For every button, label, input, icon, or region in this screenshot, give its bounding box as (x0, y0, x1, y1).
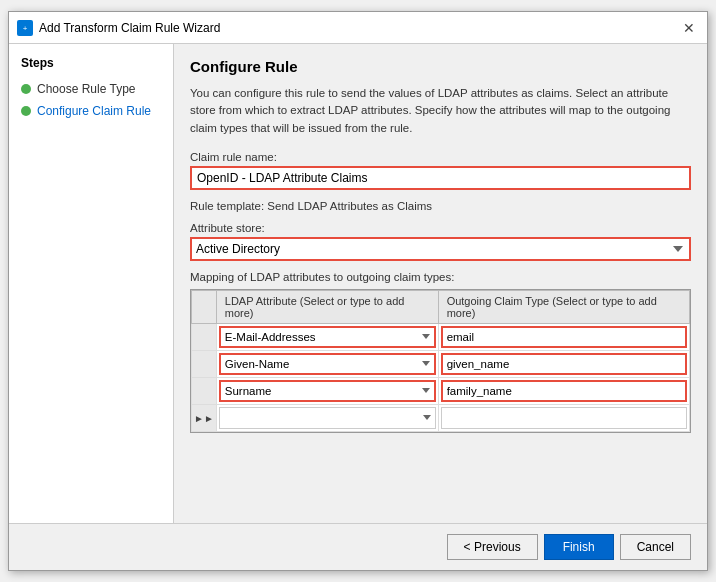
sidebar-item-label-configure: Configure Claim Rule (37, 104, 151, 118)
claim-type-cell-1 (438, 323, 689, 350)
description-text: You can configure this rule to send the … (190, 85, 691, 137)
sidebar-title: Steps (9, 56, 173, 78)
mapping-section: Mapping of LDAP attributes to outgoing c… (190, 271, 691, 433)
step-dot-configure (21, 106, 31, 116)
step-dot-choose-type (21, 84, 31, 94)
row-num-2 (192, 350, 217, 377)
title-bar: + Add Transform Claim Rule Wizard ✕ (9, 12, 707, 44)
claim-rule-name-input[interactable] (190, 166, 691, 190)
ldap-attr-select-3[interactable]: Surname E-Mail-Addresses Given-Name (219, 380, 436, 402)
ldap-attr-select-1[interactable]: E-Mail-Addresses Given-Name Surname (219, 326, 436, 348)
ldap-attr-select-2[interactable]: Given-Name E-Mail-Addresses Surname (219, 353, 436, 375)
svg-text:+: + (23, 24, 28, 33)
finish-button[interactable]: Finish (544, 534, 614, 560)
sidebar: Steps Choose Rule Type Configure Claim R… (9, 44, 174, 523)
claim-rule-name-label: Claim rule name: (190, 151, 691, 163)
ldap-attr-select-empty[interactable] (219, 407, 436, 429)
attribute-store-select[interactable]: Active Directory (190, 237, 691, 261)
close-button[interactable]: ✕ (679, 18, 699, 38)
button-bar: < Previous Finish Cancel (9, 523, 707, 570)
claim-type-input-1[interactable] (441, 326, 687, 348)
sidebar-item-choose-type[interactable]: Choose Rule Type (9, 78, 173, 100)
col-ldap-header: LDAP Attribute (Select or type to add mo… (216, 290, 438, 323)
table-row: Surname E-Mail-Addresses Given-Name (192, 377, 690, 404)
claim-type-cell-2 (438, 350, 689, 377)
col-num-header (192, 290, 217, 323)
sidebar-item-configure[interactable]: Configure Claim Rule (9, 100, 173, 122)
claim-type-input-3[interactable] (441, 380, 687, 402)
title-bar-left: + Add Transform Claim Rule Wizard (17, 20, 220, 36)
sidebar-item-label-choose-type: Choose Rule Type (37, 82, 136, 96)
claim-type-input-2[interactable] (441, 353, 687, 375)
cancel-button[interactable]: Cancel (620, 534, 691, 560)
mapping-table: LDAP Attribute (Select or type to add mo… (191, 290, 690, 432)
main-panel: Configure Rule You can configure this ru… (174, 44, 707, 523)
content-area: Steps Choose Rule Type Configure Claim R… (9, 44, 707, 523)
page-title: Configure Rule (190, 58, 691, 75)
previous-button[interactable]: < Previous (447, 534, 538, 560)
ldap-attr-cell-1: E-Mail-Addresses Given-Name Surname (216, 323, 438, 350)
mapping-table-wrapper: LDAP Attribute (Select or type to add mo… (190, 289, 691, 433)
ldap-attr-cell-2: Given-Name E-Mail-Addresses Surname (216, 350, 438, 377)
claim-type-cell-3 (438, 377, 689, 404)
table-row-empty: ►► (192, 404, 690, 431)
attribute-store-label: Attribute store: (190, 222, 691, 234)
ldap-attr-cell-empty (216, 404, 438, 431)
claim-rule-name-group: Claim rule name: (190, 151, 691, 190)
attribute-store-group: Attribute store: Active Directory (190, 222, 691, 261)
ldap-attr-cell-3: Surname E-Mail-Addresses Given-Name (216, 377, 438, 404)
claim-type-input-empty[interactable] (441, 407, 687, 429)
nav-arrows-icon: ►► (194, 413, 214, 424)
wizard-icon: + (17, 20, 33, 36)
dialog-title: Add Transform Claim Rule Wizard (39, 21, 220, 35)
table-row: Given-Name E-Mail-Addresses Surname (192, 350, 690, 377)
table-header-row: LDAP Attribute (Select or type to add mo… (192, 290, 690, 323)
table-row: E-Mail-Addresses Given-Name Surname (192, 323, 690, 350)
row-num-nav: ►► (192, 404, 217, 431)
rule-template-text: Rule template: Send LDAP Attributes as C… (190, 200, 691, 212)
mapping-label: Mapping of LDAP attributes to outgoing c… (190, 271, 691, 283)
claim-type-cell-empty (438, 404, 689, 431)
dialog: + Add Transform Claim Rule Wizard ✕ Step… (8, 11, 708, 571)
row-num-1 (192, 323, 217, 350)
row-num-3 (192, 377, 217, 404)
col-claim-header: Outgoing Claim Type (Select or type to a… (438, 290, 689, 323)
